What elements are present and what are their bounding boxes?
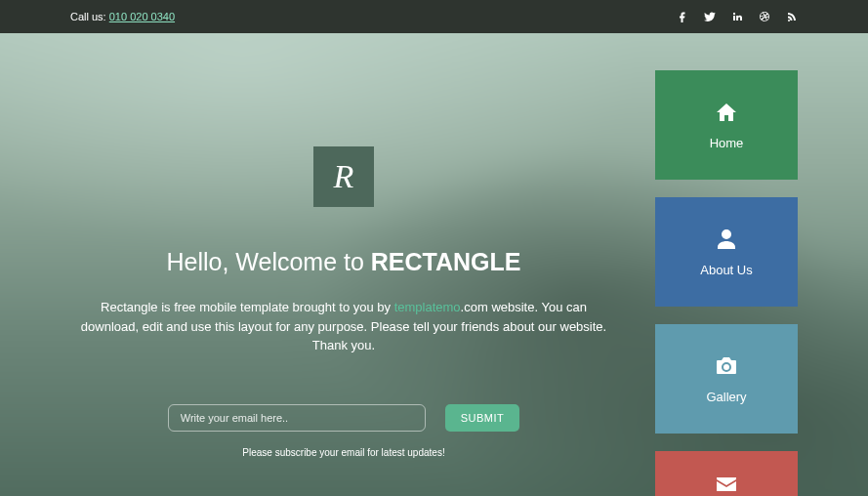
user-icon	[715, 227, 738, 251]
phone-link[interactable]: 010 020 0340	[109, 11, 175, 22]
templatemo-link[interactable]: templatemo	[394, 300, 461, 314]
desc-pre: Rectangle is free mobile template brough…	[101, 300, 394, 314]
logo-glyph: R	[334, 158, 354, 195]
nav-label-home: Home	[710, 136, 744, 150]
side-nav: Home About Us Gallery	[655, 70, 798, 496]
call-label: Call us:	[70, 11, 106, 22]
rss-icon[interactable]	[786, 11, 798, 22]
subscribe-note: Please subscribe your email for latest u…	[70, 447, 617, 458]
call-us: Call us: 010 020 0340	[70, 11, 175, 22]
nav-tile-about[interactable]: About Us	[655, 197, 798, 307]
social-links	[677, 11, 798, 22]
linkedin-icon[interactable]	[731, 11, 743, 22]
headline-brand: RECTANGLE	[371, 248, 521, 275]
headline-prefix: Hello, Welcome to	[166, 248, 370, 275]
dribbble-icon[interactable]	[759, 11, 770, 22]
nav-tile-gallery[interactable]: Gallery	[655, 324, 798, 434]
nav-tile-home[interactable]: Home	[655, 70, 798, 180]
topbar: Call us: 010 020 0340	[0, 0, 868, 33]
description: Rectangle is free mobile template brough…	[70, 298, 617, 355]
logo-tile: R	[313, 146, 374, 207]
facebook-icon[interactable]	[677, 11, 688, 22]
envelope-icon	[715, 473, 738, 496]
home-icon	[715, 101, 738, 124]
headline: Hello, Welcome to RECTANGLE	[70, 248, 617, 276]
stage: R Hello, Welcome to RECTANGLE Rectangle …	[0, 33, 868, 496]
subscribe-form: SUBMIT	[70, 404, 617, 432]
email-input[interactable]	[168, 404, 426, 432]
camera-icon	[715, 354, 738, 378]
submit-button[interactable]: SUBMIT	[445, 404, 520, 432]
nav-label-about: About Us	[700, 263, 752, 277]
hero: R Hello, Welcome to RECTANGLE Rectangle …	[70, 146, 617, 458]
nav-tile-contact[interactable]	[655, 451, 798, 496]
nav-label-gallery: Gallery	[706, 390, 746, 404]
twitter-icon[interactable]	[704, 11, 716, 22]
